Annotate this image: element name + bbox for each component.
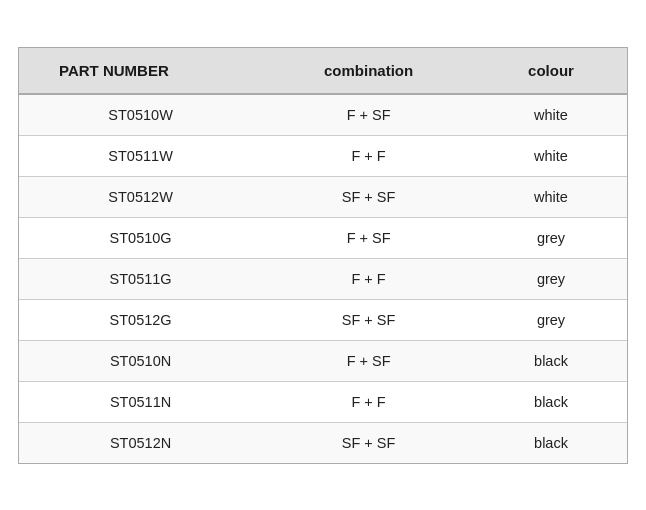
cell-combination: SF + SF (262, 176, 475, 217)
cell-part-number: ST0512W (19, 176, 262, 217)
cell-colour: white (475, 176, 627, 217)
cell-colour: black (475, 340, 627, 381)
cell-colour: white (475, 94, 627, 136)
cell-part-number: ST0510N (19, 340, 262, 381)
table-row: ST0511WF + Fwhite (19, 135, 627, 176)
cell-part-number: ST0512G (19, 299, 262, 340)
cell-colour: black (475, 381, 627, 422)
cell-colour: grey (475, 217, 627, 258)
cell-part-number: ST0510W (19, 94, 262, 136)
cell-combination: SF + SF (262, 422, 475, 463)
cell-combination: F + F (262, 135, 475, 176)
cell-part-number: ST0510G (19, 217, 262, 258)
product-table: PART NUMBER combination colour ST0510WF … (19, 48, 627, 463)
cell-combination: F + SF (262, 94, 475, 136)
table-row: ST0510NF + SFblack (19, 340, 627, 381)
cell-part-number: ST0511G (19, 258, 262, 299)
col-header-part-number: PART NUMBER (19, 48, 262, 94)
table-row: ST0512GSF + SFgrey (19, 299, 627, 340)
col-header-colour: colour (475, 48, 627, 94)
table-row: ST0510WF + SFwhite (19, 94, 627, 136)
table-row: ST0512WSF + SFwhite (19, 176, 627, 217)
product-table-wrapper: PART NUMBER combination colour ST0510WF … (18, 47, 628, 464)
cell-part-number: ST0511W (19, 135, 262, 176)
cell-combination: F + F (262, 258, 475, 299)
cell-combination: F + SF (262, 217, 475, 258)
cell-colour: white (475, 135, 627, 176)
cell-colour: grey (475, 258, 627, 299)
table-row: ST0512NSF + SFblack (19, 422, 627, 463)
table-row: ST0511NF + Fblack (19, 381, 627, 422)
table-row: ST0511GF + Fgrey (19, 258, 627, 299)
cell-colour: grey (475, 299, 627, 340)
cell-combination: F + SF (262, 340, 475, 381)
cell-part-number: ST0512N (19, 422, 262, 463)
cell-part-number: ST0511N (19, 381, 262, 422)
col-header-combination: combination (262, 48, 475, 94)
table-row: ST0510GF + SFgrey (19, 217, 627, 258)
cell-colour: black (475, 422, 627, 463)
cell-combination: F + F (262, 381, 475, 422)
cell-combination: SF + SF (262, 299, 475, 340)
table-header-row: PART NUMBER combination colour (19, 48, 627, 94)
